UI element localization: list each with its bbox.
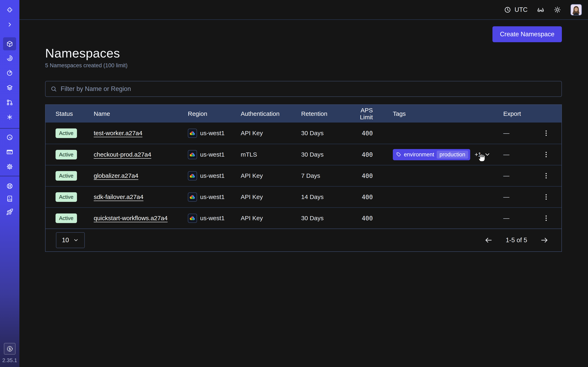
auth-method: API Key — [241, 215, 301, 222]
aps-limit-value: 400 — [347, 172, 380, 179]
region-label: us-west1 — [200, 151, 225, 158]
workflows-radar-icon[interactable] — [6, 55, 13, 62]
more-tags-count: +1 — [475, 151, 481, 158]
google-cloud-icon — [188, 192, 197, 202]
row-menu-kebab-icon[interactable] — [543, 172, 550, 179]
clock-icon — [504, 6, 511, 13]
sidebar-divider — [0, 176, 19, 176]
namespace-link[interactable]: sdk-failover.a27a4 — [94, 193, 144, 200]
retention-value: 7 Days — [301, 172, 347, 179]
region-label: us-west1 — [200, 130, 225, 137]
timezone-label: UTC — [515, 6, 527, 13]
status-badge: Active — [56, 150, 77, 159]
filter-bar — [45, 81, 562, 97]
status-badge: Active — [56, 171, 77, 181]
sidebar: $ 2.35.1 — [0, 0, 19, 367]
tag-key: environment — [404, 151, 434, 158]
column-header-name: Name — [94, 110, 188, 117]
branch-icon[interactable] — [6, 99, 13, 106]
status-badge: Active — [56, 192, 77, 202]
page-title: Namespaces — [45, 46, 562, 60]
retention-value: 14 Days — [301, 193, 347, 200]
google-cloud-icon — [188, 214, 197, 223]
row-menu-kebab-icon[interactable] — [543, 151, 550, 158]
row-menu-kebab-icon[interactable] — [543, 193, 550, 201]
previous-page-arrow[interactable] — [484, 236, 493, 244]
auth-method: API Key — [241, 193, 301, 200]
expand-chevron-icon[interactable] — [6, 21, 13, 28]
sun-theme-icon[interactable] — [554, 6, 561, 13]
search-icon — [51, 86, 57, 92]
retention-value: 30 Days — [301, 130, 347, 137]
namespace-link[interactable]: quickstart-workflows.a27a4 — [94, 215, 168, 221]
aps-limit-value: 400 — [347, 151, 380, 158]
namespaces-cube-icon[interactable] — [6, 40, 13, 48]
export-value: — — [495, 172, 531, 179]
region-label: us-west1 — [200, 215, 225, 222]
table-row: Active sdk-failover.a27a4 us-west1 API K… — [45, 186, 562, 207]
page-size-value: 10 — [62, 236, 69, 244]
column-header-region: Region — [188, 110, 241, 117]
table-row: Active globalizer.a27a4 us-west1 API Key… — [45, 165, 562, 186]
namespace-count-subtitle: 5 Namespaces created (100 limit) — [45, 62, 562, 69]
export-value: — — [495, 130, 531, 137]
timezone-selector[interactable]: UTC — [504, 6, 527, 13]
table-header-row: Status Name Region Authentication Retent… — [45, 105, 562, 123]
filter-input[interactable] — [61, 85, 557, 92]
namespace-link[interactable]: checkout-prod.a27a4 — [94, 151, 151, 158]
settings-gear-icon[interactable] — [6, 163, 13, 170]
column-header-tags: Tags — [380, 110, 495, 117]
aps-limit-value: 400 — [347, 130, 380, 137]
usage-gauge-icon[interactable] — [6, 134, 13, 141]
column-header-aps-limit: APS Limit — [347, 107, 380, 121]
google-cloud-icon — [188, 150, 197, 159]
create-namespace-button[interactable]: Create Namespace — [493, 26, 562, 42]
region-label: us-west1 — [200, 172, 225, 179]
namespace-link[interactable]: test-worker.a27a4 — [94, 130, 142, 136]
auth-method: API Key — [241, 172, 301, 179]
column-header-retention: Retention — [301, 110, 347, 117]
export-value: — — [495, 215, 531, 222]
google-cloud-icon — [188, 129, 197, 138]
table-row: Active checkout-prod.a27a4 us-west1 mTLS… — [45, 144, 562, 165]
tag-chip[interactable]: environment production — [393, 149, 470, 160]
user-avatar[interactable] — [571, 4, 582, 16]
retention-value: 30 Days — [301, 151, 347, 158]
pricing-dollar-badge-button[interactable]: $ — [4, 343, 16, 355]
pagination-bar: 10 1-5 of 5 — [45, 229, 562, 251]
export-value: — — [495, 151, 531, 158]
auth-method: API Key — [241, 130, 301, 137]
support-lifebuoy-icon[interactable] — [6, 183, 13, 190]
billing-card-icon[interactable] — [6, 149, 13, 156]
pagination-range: 1-5 of 5 — [506, 236, 527, 244]
column-header-export: Export — [495, 110, 531, 117]
layers-icon[interactable] — [6, 84, 13, 91]
google-cloud-icon — [188, 171, 197, 180]
auth-method: mTLS — [241, 151, 301, 158]
row-menu-kebab-icon[interactable] — [543, 129, 550, 137]
topbar: UTC — [19, 0, 588, 20]
glasses-icon[interactable] — [537, 6, 544, 13]
table-row: Active quickstart-workflows.a27a4 us-wes… — [45, 207, 562, 229]
asterisk-icon[interactable] — [6, 114, 13, 121]
column-header-authentication: Authentication — [241, 110, 301, 117]
chevron-down-icon — [73, 237, 79, 243]
chevron-down-icon[interactable] — [484, 151, 490, 158]
export-value: — — [495, 193, 531, 200]
page-size-select[interactable]: 10 — [56, 232, 85, 248]
svg-text:$: $ — [9, 347, 11, 351]
retention-timer-icon[interactable] — [6, 69, 13, 77]
row-menu-kebab-icon[interactable] — [543, 215, 550, 222]
namespace-link[interactable]: globalizer.a27a4 — [94, 172, 138, 179]
status-badge: Active — [56, 213, 77, 223]
namespaces-table: Status Name Region Authentication Retent… — [45, 104, 562, 252]
docs-book-icon[interactable] — [6, 195, 13, 202]
tag-icon — [396, 152, 401, 157]
column-header-status: Status — [45, 110, 94, 117]
main-content: Namespaces 5 Namespaces created (100 lim… — [19, 20, 588, 367]
getting-started-rocket-icon[interactable] — [6, 208, 13, 216]
temporal-logo-icon[interactable] — [6, 7, 13, 14]
status-badge: Active — [56, 128, 77, 138]
aps-limit-value: 400 — [347, 193, 380, 201]
next-page-arrow[interactable] — [540, 236, 548, 244]
